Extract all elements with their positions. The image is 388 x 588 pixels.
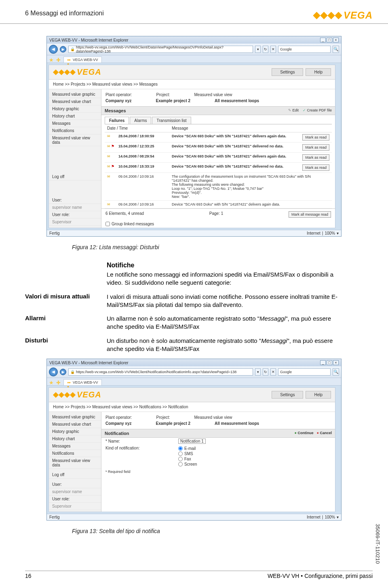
diamond-icon [64,392,70,397]
document-code: 35069-IT-110210 [375,524,381,564]
table-row: ✉⚑15.04.2008 / 12:33:25Device "SCAN 693 … [105,143,332,153]
search-button[interactable]: 🔍 [333,368,339,376]
address-bar[interactable]: https://web-vv.vega.com/Web-VV/WebClient… [68,46,253,53]
url-dropdown[interactable]: ▾ [255,46,261,53]
browser-toolbar: ◄ ► https://web-vv.vega.com/Web-VV/WebCl… [47,44,341,55]
create-pdf-link[interactable]: Create PDF file [303,108,332,113]
info-label: Plant operator: [105,92,132,97]
mark-as-read-button[interactable]: Mark as read [302,154,329,161]
tab-transmission[interactable]: Transmission list [152,117,191,124]
edit-link[interactable]: Edit [288,108,299,113]
row-message: The configuration of the measurement loo… [172,174,329,199]
mark-all-read-button[interactable]: Mark all message read [289,211,331,218]
panel-title: Messages Edit Create PDF file [101,106,335,115]
row-datetime: 09.04.2008 / 10:09:16 [118,174,172,178]
mark-as-read-button[interactable]: Mark as read [302,144,329,151]
maximize-button[interactable]: □ [327,38,332,42]
search-box[interactable]: Google [278,368,331,376]
favorites-icon[interactable]: ★ [49,380,55,385]
sidebar-item[interactable]: Messages [49,443,101,450]
breadcrumb: Home >> Projects >> Measured value views… [49,402,335,412]
settings-button[interactable]: Settings [272,68,303,76]
settings-button[interactable]: Settings [272,391,303,399]
minimize-button[interactable]: _ [320,38,326,42]
panel-title-text: Notification [105,431,129,436]
forward-button[interactable]: ► [60,46,66,52]
notification-kind-radio[interactable] [178,452,183,456]
favorites-icon[interactable]: ★ [49,57,55,63]
table-row: ✉14.04.2008 / 08:29:54Device "SCAN 693 D… [105,153,332,163]
notifiche-heading: Notifiche [107,262,363,269]
row-datetime: 28.04.2008 / 18:00:59 [118,134,172,138]
back-button[interactable]: ◄ [49,368,58,376]
sidebar-item[interactable]: History chart [49,113,101,120]
mark-as-read-button[interactable]: Mark as read [302,164,329,171]
address-bar[interactable]: https://web-vv.vega.com/Web-VV/WebClient… [68,368,253,376]
refresh-button[interactable]: ↻ [263,368,268,376]
name-input[interactable]: Notification 1 [178,439,206,444]
cancel-button[interactable]: Cancel [317,431,332,436]
browser-tab[interactable]: VEGA WEB-VV [63,57,102,63]
notification-kind-radio[interactable] [178,462,183,466]
logoff-link[interactable]: Log off [49,162,101,181]
close-button[interactable]: × [333,38,339,42]
window-titlebar: VEGA WEB-VV - Microsoft Internet Explore… [47,36,341,44]
stop-button[interactable]: ✕ [270,46,276,53]
sidebar-item[interactable]: Measured value chart [49,98,101,105]
url-text: https://web-vv.vega.com/Web-VV/WebClient… [76,45,251,53]
forward-button[interactable]: ► [60,369,66,375]
userrole-value: Supervisor [49,503,101,510]
sidebar-item[interactable]: Notifications [49,450,101,457]
sidebar-item[interactable]: History graphic [49,428,101,435]
logoff-link[interactable]: Log off [49,471,101,479]
tab-strip: ★ ✚ VEGA WEB-VV [47,55,341,63]
sidebar-item[interactable]: History graphic [49,105,101,113]
info-value: All measurement loops [215,421,259,426]
close-button[interactable]: × [333,360,339,365]
notification-kind-radio[interactable] [178,457,183,461]
continue-button[interactable]: Continue [295,431,314,436]
page-footer: 16 WEB-VV VH • Configurazione, primi pas… [25,571,373,579]
refresh-button[interactable]: ↻ [263,46,268,53]
sidebar-item[interactable]: Measured value view data [49,457,101,469]
sidebar-item[interactable]: Measured value graphic [49,414,101,421]
search-box[interactable]: Google [278,46,331,53]
zoom-level: 100% [325,515,335,519]
stop-button[interactable]: ✕ [270,368,276,376]
diamond-icon [70,69,75,75]
required-note: * Required field [101,468,335,475]
favorites-add-icon[interactable]: ✚ [56,57,62,63]
sidebar-item[interactable]: Measured value view data [49,134,101,146]
diamond-icon [53,392,58,397]
table-row: ✉09.04.2008 / 10:09:16The configuration … [105,173,332,201]
sidebar-item[interactable]: History chart [49,435,101,443]
tab-alarms[interactable]: Alarms [130,117,151,124]
sidebar-item[interactable]: Messages [49,120,101,127]
userrole-label: User role: [49,211,101,218]
mark-as-read-button[interactable]: Mark as read [302,134,329,141]
sidebar-item[interactable]: Notifications [49,127,101,134]
screenshot-notification: VEGA WEB-VV - Microsoft Internet Explore… [46,359,342,521]
help-button[interactable]: Help [306,391,331,399]
diamond-icon [58,392,64,397]
table-row: ✉09.04.2008 / 10:09:16Device "SCAN 693 D… [105,201,332,208]
help-button[interactable]: Help [306,68,331,76]
back-button[interactable]: ◄ [49,45,58,54]
maximize-button[interactable]: □ [327,360,332,365]
app-brand-bar: VEGA Settings Help [49,65,335,80]
notification-kind-radio[interactable] [178,446,183,451]
row-message: Device "SCAN 693 Doku" with S/N "1418742… [172,164,302,168]
name-label: * Name: [105,439,178,443]
group-linked-checkbox[interactable] [105,222,110,226]
tab-failures[interactable]: Failures [105,117,129,124]
browser-tab[interactable]: VEGA WEB-VV [63,379,102,385]
sidebar-item[interactable]: Measured value chart [49,421,101,428]
sidebar-item[interactable]: Measured value graphic [49,91,101,98]
minimize-button[interactable]: _ [320,360,326,365]
tab-label: VEGA WEB-VV [73,380,98,384]
favorites-add-icon[interactable]: ✚ [56,380,62,385]
lock-icon [70,370,75,374]
url-dropdown[interactable]: ▾ [255,368,261,376]
search-button[interactable]: 🔍 [333,46,339,53]
definition-block: AllarmiUn allarme non è solo automaticam… [25,315,363,331]
